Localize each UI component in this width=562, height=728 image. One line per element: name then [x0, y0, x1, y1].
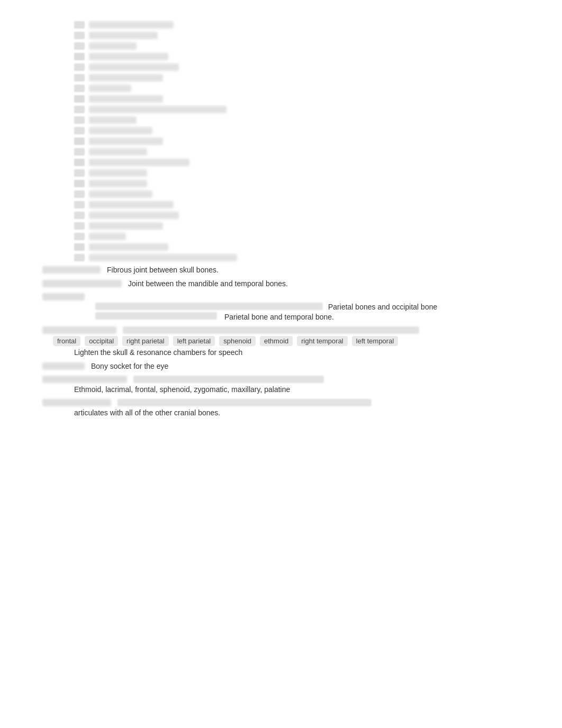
item-marker	[74, 233, 85, 240]
answer-highlight-ethmoid	[117, 399, 371, 406]
list-item	[42, 254, 520, 261]
item-label	[89, 233, 126, 240]
item-marker	[74, 159, 85, 166]
chip-sphenoid[interactable]: sphenoid	[219, 336, 256, 346]
question-row	[42, 293, 520, 301]
item-marker	[74, 169, 85, 177]
question-marker	[42, 293, 85, 301]
item-label	[89, 106, 226, 113]
answer-text-orbit: Bony socket for the eye	[91, 362, 168, 370]
list-item	[42, 85, 520, 92]
list-item	[42, 138, 520, 145]
answer-text-orbit-bones: Ethmoid, lacrimal, frontal, sphenoid, zy…	[74, 385, 290, 394]
chip-left-temporal[interactable]: left temporal	[352, 336, 398, 346]
item-label	[89, 254, 237, 261]
list-item	[42, 116, 520, 124]
list-item	[42, 42, 520, 50]
item-label	[89, 180, 147, 187]
item-marker	[74, 85, 85, 92]
item-marker	[74, 106, 85, 113]
item-marker	[74, 127, 85, 134]
list-item	[42, 53, 520, 60]
answer-text-ethmoid: articulates with all of the other crania…	[74, 408, 220, 417]
answer-highlight-sagittal	[95, 303, 323, 310]
item-marker	[74, 53, 85, 60]
question-marker	[42, 266, 101, 274]
answer-text-suture: Fibrous joint between skull bones.	[107, 266, 219, 274]
item-marker	[74, 201, 85, 208]
item-marker	[74, 95, 85, 103]
item-marker	[74, 212, 85, 219]
question-row-orbit: Bony socket for the eye	[42, 362, 520, 370]
list-item	[42, 127, 520, 134]
chip-ethmoid[interactable]: ethmoid	[260, 336, 293, 346]
item-label	[89, 243, 168, 251]
question-marker-orbit	[42, 362, 85, 370]
list-item	[42, 95, 520, 103]
qa-block-sinuses: frontal occipital right parietal left pa…	[42, 326, 520, 357]
item-label	[89, 116, 137, 124]
item-marker	[74, 222, 85, 230]
chips-row: frontal occipital right parietal left pa…	[42, 336, 520, 346]
chip-occipital[interactable]: occipital	[85, 336, 118, 346]
item-marker	[74, 32, 85, 39]
item-marker	[74, 138, 85, 145]
item-marker	[74, 180, 85, 187]
item-marker	[74, 254, 85, 261]
list-item	[42, 63, 520, 71]
item-marker	[74, 21, 85, 29]
item-label	[89, 85, 131, 92]
list-item	[42, 212, 520, 219]
chip-right-parietal[interactable]: right parietal	[122, 336, 169, 346]
answer-text-parietal-temporal: Parietal bone and temporal bone.	[224, 313, 334, 321]
orbit-bones-answer: Ethmoid, lacrimal, frontal, sphenoid, zy…	[42, 385, 520, 394]
list-item	[42, 159, 520, 166]
list-item	[42, 32, 520, 39]
ethmoid-answer: articulates with all of the other crania…	[42, 408, 520, 417]
item-label	[89, 201, 174, 208]
item-label	[89, 74, 163, 81]
item-label	[89, 53, 168, 60]
chip-right-temporal[interactable]: right temporal	[297, 336, 347, 346]
item-marker	[74, 116, 85, 124]
qa-block-sagittal: Parietal bones and occipital bone Pariet…	[42, 293, 520, 321]
answer-text-parietal-occipital: Parietal bones and occipital bone	[328, 303, 437, 311]
list-item	[42, 233, 520, 240]
list-item	[42, 148, 520, 156]
item-label	[89, 95, 163, 103]
item-label	[89, 148, 147, 156]
list-item	[42, 243, 520, 251]
list-item	[42, 190, 520, 198]
orbit-bones-row	[42, 376, 520, 383]
answer-highlight-orbit-bones	[133, 376, 324, 383]
qa-block-suture: Fibrous joint between skull bones.	[42, 266, 520, 274]
item-marker	[74, 63, 85, 71]
list-item	[42, 222, 520, 230]
question-marker-sinuses	[42, 326, 116, 334]
chip-frontal[interactable]: frontal	[53, 336, 80, 346]
question-row-sinuses	[42, 326, 520, 334]
list-item	[42, 180, 520, 187]
list-item	[42, 74, 520, 81]
item-marker	[74, 42, 85, 50]
list-item	[42, 201, 520, 208]
list-item	[42, 21, 520, 29]
sub-answer-row: Parietal bone and temporal bone.	[42, 312, 520, 321]
item-label	[89, 190, 152, 198]
chip-left-parietal[interactable]: left parietal	[173, 336, 215, 346]
qa-block-ethmoid: articulates with all of the other crania…	[42, 399, 520, 417]
item-label	[89, 127, 152, 134]
answer-text-tmj: Joint between the mandible and temporal …	[128, 279, 288, 288]
item-label	[89, 169, 147, 177]
question-marker-orbit-bones	[42, 376, 127, 383]
item-marker	[74, 190, 85, 198]
list-section	[42, 21, 520, 261]
answer-highlight-sinuses	[123, 326, 419, 334]
qa-block-orbit: Bony socket for the eye	[42, 362, 520, 370]
list-item	[42, 169, 520, 177]
answer-text-sinuses: Lighten the skull & resonance chambers f…	[74, 348, 242, 357]
qa-block-tmj: Joint between the mandible and temporal …	[42, 279, 520, 288]
question-marker-ethmoid	[42, 399, 111, 406]
question-marker	[42, 280, 122, 287]
answer-row: Parietal bones and occipital bone	[42, 303, 520, 311]
